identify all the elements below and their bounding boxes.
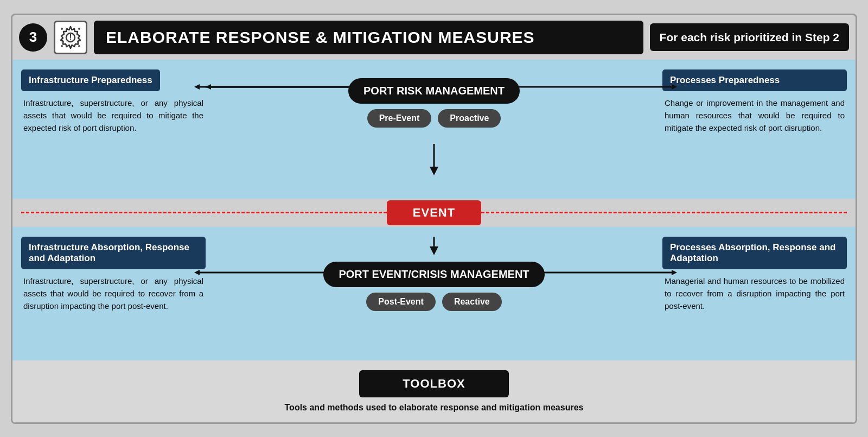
down-arrow-svg — [426, 144, 442, 176]
blue-top-section: Infrastructure Preparedness Infrastructu… — [12, 60, 856, 199]
svg-point-2 — [61, 28, 63, 30]
proactive-box: Proactive — [438, 109, 501, 128]
down-arrow-from-event — [426, 237, 442, 256]
infra-absorb-body: Infrastructure, superstructure, or any p… — [21, 275, 206, 313]
center-col-bottom: PORT EVENT/CRISIS MANAGEMENT Post-Event … — [206, 237, 662, 311]
infra-prep-body: Infrastructure, superstructure, or any p… — [21, 97, 206, 135]
infra-absorption-card: Infrastructure Absorption, Response and … — [21, 237, 206, 313]
infra-prep-title: Infrastructure Preparedness — [21, 69, 160, 91]
header-row: 3 ! ELABORATE RESPONSE & MITIGATION MEAS… — [12, 15, 856, 60]
event-box: EVENT — [387, 200, 481, 225]
blue-top-content: Infrastructure Preparedness Infrastructu… — [21, 69, 847, 189]
gear-icon-box: ! — [54, 21, 87, 54]
svg-point-5 — [78, 45, 80, 47]
svg-text:!: ! — [69, 33, 72, 41]
dashed-line-right — [481, 212, 847, 213]
arrow-down-top — [426, 144, 442, 176]
toolbox-label: TOOLBOX — [359, 370, 508, 397]
proc-prep-body: Change or improvement in the management … — [662, 97, 847, 135]
reactive-box: Reactive — [442, 293, 502, 311]
main-container: 3 ! ELABORATE RESPONSE & MITIGATION MEAS… — [11, 14, 857, 424]
infrastructure-preparedness-card: Infrastructure Preparedness Infrastructu… — [21, 69, 206, 135]
dashed-line-left — [21, 212, 387, 213]
step-circle: 3 — [19, 23, 47, 52]
toolbox-section: TOOLBOX Tools and methods used to elabor… — [12, 360, 856, 422]
center-sub-boxes-top: Pre-Event Proactive — [367, 109, 501, 128]
processes-preparedness-card: Processes Preparedness Change or improve… — [662, 69, 847, 135]
port-risk-management-box: PORT RISK MANAGEMENT — [348, 78, 520, 104]
svg-marker-16 — [430, 246, 438, 255]
port-crisis-management-box: PORT EVENT/CRISIS MANAGEMENT — [323, 262, 544, 287]
svg-point-3 — [78, 28, 80, 30]
center-sub-boxes-bottom: Post-Event Reactive — [366, 293, 501, 311]
svg-point-4 — [61, 45, 63, 47]
proc-absorb-body: Managerial and human resources to be mob… — [662, 275, 847, 313]
post-event-box: Post-Event — [366, 293, 436, 311]
infra-absorb-title: Infrastructure Absorption, Response and … — [21, 237, 206, 269]
page-title: ELABORATE RESPONSE & MITIGATION MEASURES — [94, 21, 643, 54]
gear-warning-icon: ! — [58, 24, 84, 50]
pre-event-box: Pre-Event — [367, 109, 432, 128]
event-divider-row: EVENT — [12, 199, 856, 227]
toolbox-subtitle: Tools and methods used to elaborate resp… — [285, 403, 584, 413]
proc-absorption-card: Processes Absorption, Response and Adapt… — [662, 237, 847, 313]
blue-bottom-content: Infrastructure Absorption, Response and … — [21, 237, 847, 351]
proc-absorb-title: Processes Absorption, Response and Adapt… — [662, 237, 847, 269]
svg-marker-10 — [430, 167, 438, 175]
blue-bottom-section: Infrastructure Absorption, Response and … — [12, 227, 856, 360]
proc-prep-title: Processes Preparedness — [662, 69, 847, 91]
center-col-top: PORT RISK MANAGEMENT Pre-Event Proactive — [206, 69, 662, 176]
for-each-box: For each risk prioritized in Step 2 — [650, 23, 849, 51]
